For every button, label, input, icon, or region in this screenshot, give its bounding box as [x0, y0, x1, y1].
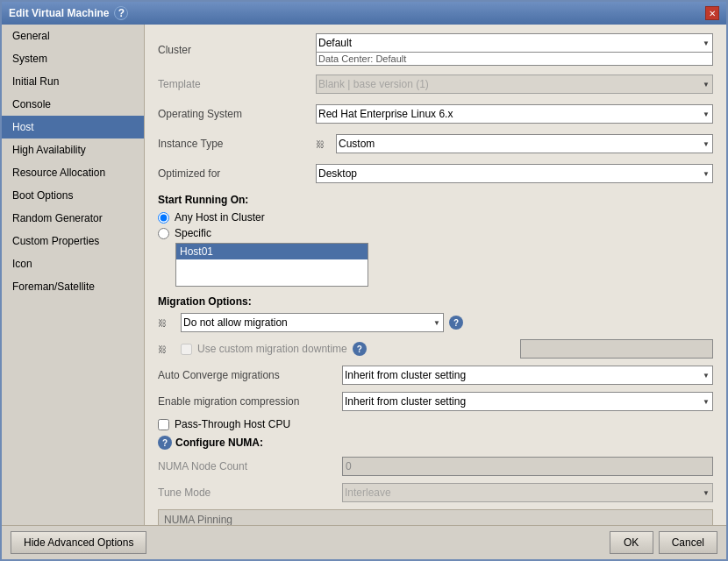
compression-label: Enable migration compression	[158, 395, 342, 408]
numa-pinning-label: NUMA Pinning	[164, 514, 232, 525]
sidebar-item-console[interactable]: Console	[2, 93, 144, 116]
instance-type-control: ⛓ Custom	[316, 134, 713, 153]
specific-radio-row: Specific	[158, 227, 713, 239]
main-content: Cluster Default Data Center: Default Tem…	[145, 25, 726, 525]
os-label: Operating System	[158, 108, 316, 120]
instance-type-label: Instance Type	[158, 138, 316, 150]
edit-vm-dialog: Edit Virtual Machine ? ✕ General System …	[0, 0, 728, 561]
dialog-title: Edit Virtual Machine	[9, 7, 109, 19]
os-control: Red Hat Enterprise Linux 6.x	[316, 104, 713, 124]
auto-converge-select[interactable]: Inherit from cluster setting Auto Conver…	[342, 366, 713, 385]
sidebar-item-boot-options[interactable]: Boot Options	[2, 184, 144, 207]
optimized-for-row: Optimized for Desktop	[158, 162, 713, 185]
cluster-select[interactable]: Default	[316, 33, 713, 53]
numa-node-count-input[interactable]	[342, 457, 713, 476]
template-select[interactable]: Blank | base version (1)	[316, 75, 713, 94]
numa-pinning-section: NUMA Pinning	[158, 509, 713, 525]
sidebar-item-custom-properties[interactable]: Custom Properties	[2, 230, 144, 252]
numa-help-icon[interactable]: ?	[158, 436, 172, 450]
sidebar-item-general[interactable]: General	[2, 25, 144, 47]
auto-converge-row: Auto Converge migrations Inherit from cl…	[158, 366, 713, 385]
cluster-row: Cluster Default Data Center: Default	[158, 33, 713, 66]
template-row: Template Blank | base version (1)	[158, 73, 713, 96]
pass-through-label: Pass-Through Host CPU	[175, 418, 290, 430]
numa-node-count-label: NUMA Node Count	[158, 460, 342, 472]
close-button[interactable]: ✕	[705, 6, 719, 20]
template-label: Template	[158, 78, 316, 90]
migration-chain-icon: ⛓	[158, 318, 175, 328]
ok-button[interactable]: OK	[610, 531, 653, 554]
migration-select-row: ⛓ Do not allow migration ?	[158, 313, 713, 332]
custom-migration-label: Use custom migration downtime	[197, 343, 347, 355]
pass-through-checkbox[interactable]	[158, 419, 169, 430]
configure-numa-label: Configure NUMA:	[175, 437, 263, 449]
auto-converge-control: Inherit from cluster setting Auto Conver…	[342, 366, 713, 385]
instance-type-row: Instance Type ⛓ Custom	[158, 132, 713, 155]
chain-icon: ⛓	[316, 139, 332, 149]
migration-select[interactable]: Do not allow migration	[181, 313, 444, 332]
start-running-header: Start Running On:	[158, 194, 713, 206]
custom-downtime-input[interactable]	[520, 339, 713, 359]
tune-mode-label: Tune Mode	[158, 486, 342, 499]
custom-migration-chain-icon: ⛓	[158, 344, 175, 354]
host-list-item[interactable]: Host01	[176, 244, 368, 259]
custom-migration-checkbox[interactable]	[181, 344, 192, 355]
cancel-button[interactable]: Cancel	[659, 531, 717, 554]
compression-control: Inherit from cluster setting Compress Do…	[342, 392, 713, 411]
pass-through-row: Pass-Through Host CPU	[158, 418, 713, 430]
any-host-radio-row: Any Host in Cluster	[158, 211, 713, 224]
sidebar-item-icon[interactable]: Icon	[2, 252, 144, 275]
custom-migration-row: ⛓ Use custom migration downtime ?	[158, 339, 713, 359]
any-host-label[interactable]: Any Host in Cluster	[175, 211, 265, 224]
title-bar: Edit Virtual Machine ? ✕	[2, 2, 726, 25]
optimized-for-label: Optimized for	[158, 167, 316, 180]
hide-advanced-button[interactable]: Hide Advanced Options	[11, 531, 146, 554]
compression-row: Enable migration compression Inherit fro…	[158, 392, 713, 411]
sidebar-item-foreman-satellite[interactable]: Foreman/Satellite	[2, 275, 144, 298]
specific-label[interactable]: Specific	[175, 227, 211, 239]
cluster-control: Default Data Center: Default	[316, 33, 713, 66]
os-row: Operating System Red Hat Enterprise Linu…	[158, 103, 713, 125]
datacenter-label: Data Center: Default	[316, 53, 713, 66]
sidebar-item-high-availability[interactable]: High Availability	[2, 138, 144, 161]
cluster-label: Cluster	[158, 44, 316, 56]
numa-node-count-row: NUMA Node Count	[158, 457, 713, 476]
os-select[interactable]: Red Hat Enterprise Linux 6.x	[316, 104, 713, 124]
optimized-for-select[interactable]: Desktop	[316, 164, 713, 183]
tune-mode-row: Tune Mode Interleave	[158, 483, 713, 502]
sidebar-item-random-generator[interactable]: Random Generator	[2, 207, 144, 230]
tune-mode-select[interactable]: Interleave	[342, 483, 713, 502]
sidebar-item-host[interactable]: Host	[2, 116, 144, 138]
sidebar-item-initial-run[interactable]: Initial Run	[2, 70, 144, 93]
sidebar-item-resource-allocation[interactable]: Resource Allocation	[2, 161, 144, 184]
dialog-footer: Hide Advanced Options OK Cancel	[2, 525, 726, 559]
sidebar: General System Initial Run Console Host …	[2, 25, 145, 525]
any-host-radio[interactable]	[158, 212, 169, 224]
footer-right: OK Cancel	[610, 531, 717, 554]
migration-help-icon[interactable]: ?	[449, 316, 463, 330]
instance-type-select[interactable]: Custom	[336, 134, 713, 153]
host-list[interactable]: Host01	[175, 243, 368, 287]
custom-migration-help-icon[interactable]: ?	[353, 342, 367, 356]
migration-options-header: Migration Options:	[158, 295, 713, 308]
compression-select[interactable]: Inherit from cluster setting Compress Do…	[342, 392, 713, 411]
configure-numa-row: ? Configure NUMA:	[158, 436, 713, 450]
footer-left: Hide Advanced Options	[11, 531, 146, 554]
host-list-area: Host01	[175, 243, 713, 287]
optimized-for-control: Desktop	[316, 164, 713, 183]
title-help-icon[interactable]: ?	[114, 6, 128, 20]
auto-converge-label: Auto Converge migrations	[158, 369, 342, 381]
sidebar-item-system[interactable]: System	[2, 47, 144, 70]
template-control: Blank | base version (1)	[316, 75, 713, 94]
specific-radio[interactable]	[158, 228, 169, 239]
